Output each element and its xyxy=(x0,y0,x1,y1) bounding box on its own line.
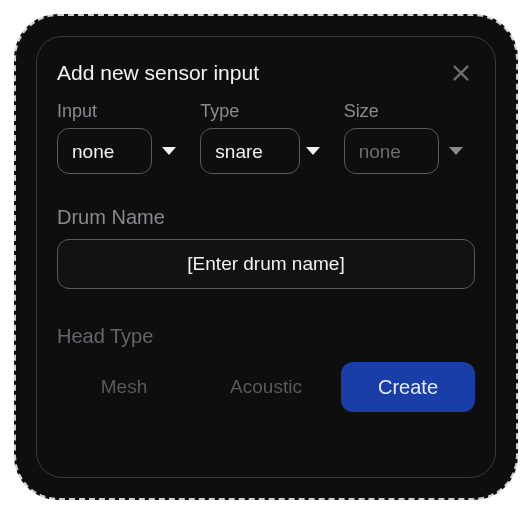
size-field: Size none xyxy=(344,101,475,174)
dialog-header: Add new sensor input xyxy=(57,59,475,87)
dialog-frame: Add new sensor input Input none Type xyxy=(14,14,518,500)
bottom-row: Mesh Acoustic Create xyxy=(57,362,475,412)
acoustic-button[interactable]: Acoustic xyxy=(199,362,333,412)
dialog: Add new sensor input Input none Type xyxy=(36,36,496,478)
close-button[interactable] xyxy=(447,59,475,87)
close-icon xyxy=(450,62,472,84)
head-type-label: Head Type xyxy=(57,325,475,348)
drum-name-input[interactable] xyxy=(57,239,475,289)
top-fields-row: Input none Type snare Size xyxy=(57,101,475,174)
drum-name-section: Drum Name xyxy=(57,206,475,289)
type-label: Type xyxy=(200,101,331,122)
input-field: Input none xyxy=(57,101,188,174)
mesh-button[interactable]: Mesh xyxy=(57,362,191,412)
size-label: Size xyxy=(344,101,475,122)
input-select[interactable]: none xyxy=(57,128,152,174)
create-button[interactable]: Create xyxy=(341,362,475,412)
input-label: Input xyxy=(57,101,188,122)
type-select[interactable]: snare xyxy=(200,128,300,174)
drum-name-label: Drum Name xyxy=(57,206,475,229)
size-select[interactable]: none xyxy=(344,128,439,174)
dialog-title: Add new sensor input xyxy=(57,61,259,85)
type-field: Type snare xyxy=(200,101,331,174)
head-type-section: Head Type Mesh Acoustic Create xyxy=(57,325,475,412)
